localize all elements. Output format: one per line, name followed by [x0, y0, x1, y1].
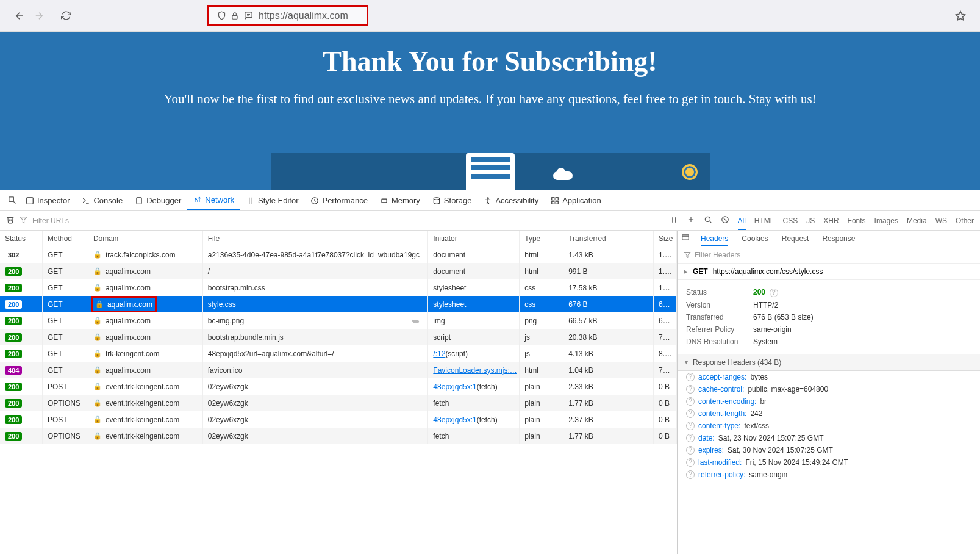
- search-icon[interactable]: [704, 215, 712, 226]
- table-row[interactable]: 200GET🔒aqualimx.com/documenthtml991 B1.…: [0, 263, 677, 279]
- help-icon[interactable]: ?: [686, 409, 695, 418]
- trash-icon[interactable]: [6, 215, 15, 226]
- expand-icon[interactable]: ▶: [684, 268, 688, 275]
- filter-html[interactable]: HTML: [754, 217, 774, 225]
- page-heading: Thank You for Subscribing!: [0, 45, 980, 77]
- devtools-tab-inspector[interactable]: Inspector: [20, 190, 76, 210]
- col-status[interactable]: Status: [0, 231, 43, 246]
- devtools-panel: InspectorConsoleDebuggerNetworkStyle Edi…: [0, 190, 980, 554]
- filter-url-input[interactable]: Filter URLs: [32, 217, 69, 225]
- devtools-tab-accessibility[interactable]: Accessibility: [477, 190, 545, 210]
- table-row[interactable]: 200POST🔒event.trk-keingent.com02eyw6xzgk…: [0, 411, 677, 428]
- pause-icon[interactable]: [670, 216, 678, 226]
- response-header-row: ?accept-ranges: bytes: [678, 371, 980, 383]
- svg-marker-3: [956, 11, 965, 20]
- svg-rect-7: [137, 197, 141, 204]
- svg-line-22: [709, 221, 711, 223]
- url-text: https://aqualimx.com: [259, 10, 348, 21]
- filter-xhr[interactable]: XHR: [823, 217, 839, 225]
- waterfall-icon[interactable]: [681, 233, 690, 243]
- filter-all[interactable]: All: [738, 217, 746, 230]
- help-icon[interactable]: ?: [686, 470, 695, 479]
- filter-js[interactable]: JS: [806, 217, 815, 225]
- col-size[interactable]: Size: [654, 231, 677, 246]
- devtools-tab-style-editor[interactable]: Style Editor: [240, 190, 304, 210]
- col-transferred[interactable]: Transferred: [563, 231, 654, 246]
- block-icon[interactable]: [721, 215, 729, 226]
- table-row[interactable]: 200GET🔒aqualimx.comstyle.cssstylesheetcs…: [0, 296, 677, 312]
- network-toolbar: Filter URLs AllHTMLCSSJSXHRFontsImagesMe…: [0, 211, 980, 231]
- help-icon[interactable]: ?: [686, 422, 695, 430]
- back-button[interactable]: [10, 6, 29, 26]
- sidebar-tab-headers[interactable]: Headers: [701, 234, 728, 246]
- col-domain[interactable]: Domain: [88, 231, 203, 246]
- filter-ws[interactable]: WS: [935, 217, 947, 225]
- help-icon[interactable]: ?: [770, 289, 778, 297]
- table-row[interactable]: 404GET🔒aqualimx.comfavicon.icoFaviconLoa…: [0, 362, 677, 378]
- shield-icon: [215, 11, 228, 20]
- filter-other[interactable]: Other: [956, 217, 974, 225]
- help-icon[interactable]: ?: [686, 446, 695, 455]
- filter-media[interactable]: Media: [907, 217, 927, 225]
- bookmark-button[interactable]: [951, 6, 970, 26]
- response-header-row: ?date: Sat, 23 Nov 2024 15:07:25 GMT: [678, 432, 980, 444]
- filter-images[interactable]: Images: [874, 217, 898, 225]
- request-summary: ▶ GET https://aqualimx.com/css/style.css: [678, 264, 980, 280]
- svg-rect-0: [232, 15, 237, 19]
- table-row[interactable]: 200OPTIONS🔒event.trk-keingent.com02eyw6x…: [0, 428, 677, 444]
- filter-headers[interactable]: Filter Headers: [678, 246, 980, 264]
- response-headers-header[interactable]: ▼ Response Headers (434 B): [678, 354, 980, 371]
- devtools-tab-storage[interactable]: Storage: [426, 190, 478, 210]
- table-row[interactable]: 200GET🔒aqualimx.combc-img.pngimgpng66.57…: [0, 312, 677, 329]
- table-row[interactable]: 200GET🔒aqualimx.combootstrap.min.cssstyl…: [0, 279, 677, 296]
- sidebar-tab-response[interactable]: Response: [822, 234, 855, 243]
- sidebar-tab-request[interactable]: Request: [782, 234, 809, 243]
- devtools-tab-application[interactable]: Application: [545, 190, 607, 210]
- lock-icon: 🔒: [93, 416, 102, 423]
- filter-css[interactable]: CSS: [783, 217, 798, 225]
- help-icon[interactable]: ?: [686, 385, 695, 394]
- help-icon[interactable]: ?: [686, 397, 695, 406]
- lock-icon: 🔒: [95, 300, 104, 308]
- table-row[interactable]: 200OPTIONS🔒event.trk-keingent.com02eyw6x…: [0, 395, 677, 411]
- help-icon[interactable]: ?: [686, 434, 695, 442]
- response-header-row: ?content-type: text/css: [678, 420, 980, 432]
- network-table: Status Method Domain File Initiator Type…: [0, 231, 678, 554]
- col-type[interactable]: Type: [520, 231, 563, 246]
- table-row[interactable]: 200GET🔒trk-keingent.com48epxjqd5x?url=aq…: [0, 345, 677, 362]
- devtools-tab-network[interactable]: Network: [187, 190, 240, 210]
- devtools-tab-debugger[interactable]: Debugger: [129, 190, 187, 210]
- col-method[interactable]: Method: [43, 231, 88, 246]
- col-file[interactable]: File: [203, 231, 429, 246]
- response-header-row: ?last-modified: Fri, 15 Nov 2024 15:49:2…: [678, 456, 980, 469]
- help-icon[interactable]: ?: [686, 458, 695, 467]
- reload-button[interactable]: [56, 6, 76, 26]
- filter-fonts[interactable]: Fonts: [848, 217, 866, 225]
- col-initiator[interactable]: Initiator: [428, 231, 520, 246]
- url-bar-highlighted[interactable]: https://aqualimx.com: [207, 5, 368, 26]
- table-row[interactable]: 302GET🔒track.falconpicks.coma2136e35-4d0…: [0, 246, 677, 263]
- lock-icon: 🔒: [93, 267, 102, 275]
- summary-row: VersionHTTP/2: [686, 299, 971, 311]
- summary-row: DNS ResolutionSystem: [686, 336, 971, 348]
- svg-rect-9: [382, 199, 387, 203]
- page-viewport: Thank You for Subscribing! You'll now be…: [0, 32, 980, 190]
- pick-element-icon[interactable]: [5, 191, 20, 210]
- lock-icon: 🔒: [93, 399, 102, 407]
- devtools-tab-performance[interactable]: Performance: [304, 190, 373, 210]
- svg-point-11: [487, 197, 488, 198]
- plus-icon[interactable]: [687, 215, 695, 226]
- table-row[interactable]: 200GET🔒aqualimx.combootstrap.bundle.min.…: [0, 329, 677, 345]
- lock-icon: 🔒: [93, 350, 102, 358]
- devtools-tab-console[interactable]: Console: [76, 190, 129, 210]
- devtools-tabbar: InspectorConsoleDebuggerNetworkStyle Edi…: [0, 190, 980, 211]
- lock-icon: 🔒: [93, 284, 102, 292]
- help-icon[interactable]: ?: [686, 373, 695, 381]
- devtools-tab-memory[interactable]: Memory: [374, 190, 426, 210]
- lock-icon: 🔒: [93, 432, 102, 440]
- lock-icon: 🔒: [93, 317, 102, 325]
- table-row[interactable]: 200POST🔒event.trk-keingent.com02eyw6xzgk…: [0, 378, 677, 395]
- sidebar-tab-cookies[interactable]: Cookies: [742, 234, 768, 243]
- response-header-row: ?content-length: 242: [678, 408, 980, 420]
- forward-button[interactable]: [29, 6, 49, 26]
